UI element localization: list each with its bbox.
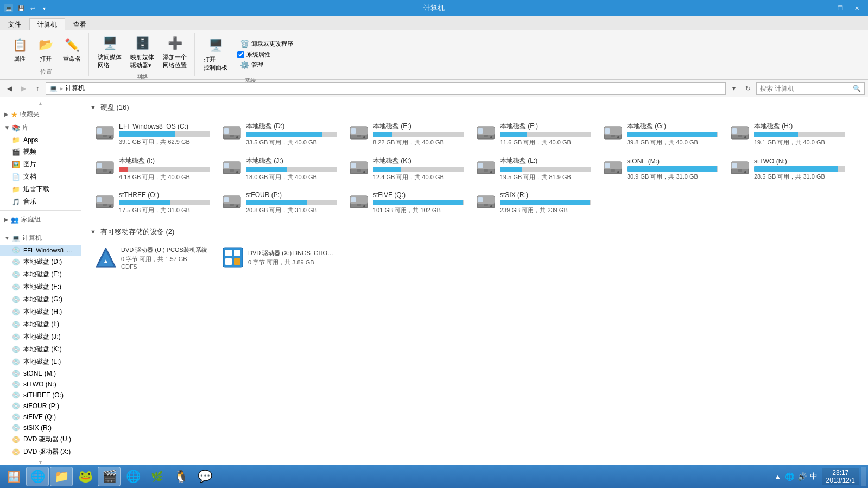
sidebar-item-xunlei[interactable]: 📁 迅雷下载 [0,183,81,195]
map-drive-btn[interactable]: 🗄️ 映射媒体驱动器▾ [127,33,157,72]
svg-point-29 [744,136,746,138]
sidebar-item-q[interactable]: 💿 stFIVE (Q:) [0,411,81,422]
favorites-expand-icon: ▶ [4,111,9,117]
sidebar-item-efi[interactable]: 💿 EFI_Windows8_... [0,245,81,256]
uninstall-btn[interactable]: 🗑️ 卸载或更改程序 [237,39,296,49]
taskbar-media-btn[interactable]: 🎬 [98,467,121,486]
open-btn[interactable]: 📂 打开 [34,34,58,65]
show-desktop-btn[interactable] [861,467,866,486]
back-btn[interactable]: ◀ [3,83,15,94]
sidebar-item-video[interactable]: 🎬 视频 [0,145,81,158]
open-cp-btn[interactable]: 🖥️ 打开控制面板 [200,35,231,74]
sidebar-item-m[interactable]: 💿 stONE (M:) [0,368,81,379]
sidebar-library[interactable]: ▼ 📚 库 [0,121,81,135]
tab-computer[interactable]: 计算机 [29,18,65,30]
drive-item-14[interactable]: stFIVE (Q:) 101 GB 可用，共 102 GB [344,187,469,218]
close-btn[interactable]: ✕ [850,3,864,14]
undo-quick-btn[interactable]: ↩ [28,3,37,13]
sidebar-item-music[interactable]: 🎵 音乐 [0,195,81,208]
drive-item-12[interactable]: stTHREE (O:) 17.5 GB 可用，共 31.0 GB [90,187,215,218]
taskbar-start-btn[interactable]: 🪟 [2,467,25,486]
address-box[interactable]: 💻 ▸ 计算机 [46,82,726,95]
sidebar-item-j[interactable]: 💿 本地磁盘 (J:) [0,331,81,343]
tray-ime-icon[interactable]: 中 [810,472,818,481]
sidebar-item-n[interactable]: 💿 stTWO (N:) [0,379,81,390]
sidebar-item-i[interactable]: 💿 本地磁盘 (I:) [0,318,81,331]
sidebar-item-h[interactable]: 💿 本地磁盘 (H:) [0,306,81,318]
add-location-btn[interactable]: ➕ 添加一个网络位置 [160,33,190,72]
sidebar-item-o[interactable]: 💿 stTHREE (O:) [0,390,81,401]
svg-rect-28 [738,135,742,137]
restore-btn[interactable]: ❐ [833,3,847,14]
removable-item-1[interactable]: DVD 驱动器 (X:) DNGS_GHOST_WIN7_SP1_X64_...… [217,242,342,274]
h-label: 本地磁盘 (H:) [23,307,62,316]
drive-item-15[interactable]: stSIX (R:) 239 GB 可用，共 239 GB [471,187,596,218]
sidebar-item-r[interactable]: 💿 stSIX (R:) [0,422,81,433]
taskbar-green-btn[interactable]: 🌿 [145,467,168,486]
sys-props-checkbox[interactable] [237,51,244,58]
sidebar-item-apps[interactable]: 📁 Apps [0,135,81,145]
taskbar: 🪟 🌐 📁 🐸 🎬 🌐 🌿 🐧 💬 ▲ 🌐 🔊 中 23:17 2013/12/… [0,465,868,488]
visit-network-btn[interactable]: 🖥️ 访问媒体网络 [94,33,125,72]
drive-item-1[interactable]: 本地磁盘 (D:) 33.5 GB 可用，共 40.0 GB [217,118,342,150]
taskbar-clock[interactable]: 23:17 2013/12/1 [822,468,859,485]
sidebar-item-p[interactable]: 💿 stFOUR (P:) [0,401,81,411]
tray-volume-icon[interactable]: 🔊 [797,472,807,481]
drive-item-0[interactable]: EFI_Windows8_OS (C:) 39.1 GB 可用，共 62.9 G… [90,118,215,150]
sidebar-item-k[interactable]: 💿 本地磁盘 (K:) [0,343,81,356]
sys-props-check[interactable]: 系统属性 [237,50,296,59]
g-icon: 💿 [12,296,20,303]
sidebar-item-docs[interactable]: 📄 文档 [0,170,81,183]
sidebar-item-l[interactable]: 💿 本地磁盘 (L:) [0,356,81,368]
sidebar-item-e[interactable]: 💿 本地磁盘 (E:) [0,268,81,281]
tray-network-icon[interactable]: 🌐 [785,472,794,481]
drive-bar-fill [627,166,717,172]
taskbar-ie2-btn[interactable]: 🌐 [122,467,144,486]
drive-item-4[interactable]: 本地磁盘 (G:) 39.8 GB 可用，共 40.0 GB [598,118,723,150]
sidebar-item-d[interactable]: 💿 本地磁盘 (D:) [0,256,81,268]
taskbar-app3-btn[interactable]: 🐸 [74,467,97,486]
drive-item-9[interactable]: 本地磁盘 (L:) 19.5 GB 可用，共 81.9 GB [471,153,596,185]
sidebar-homegroup[interactable]: ▶ 👥 家庭组 [0,213,81,226]
drive-item-13[interactable]: stFOUR (P:) 20.8 GB 可用，共 31.0 GB [217,187,342,218]
sidebar-item-dvd-x[interactable]: 📀 DVD 驱动器 (X:) [0,446,81,458]
drive-item-7[interactable]: 本地磁盘 (J:) 18.0 GB 可用，共 40.0 GB [217,153,342,185]
sidebar-item-f[interactable]: 💿 本地磁盘 (F:) [0,281,81,293]
manage-btn[interactable]: ⚙️ 管理 [237,60,296,71]
taskbar-ie-btn[interactable]: 🌐 [26,467,49,486]
sidebar-favorites[interactable]: ▶ ★ 收藏夹 [0,107,81,121]
tab-view[interactable]: 查看 [65,18,94,30]
drive-item-10[interactable]: stONE (M:) 30.9 GB 可用，共 31.0 GB [598,153,723,185]
sidebar-computer[interactable]: ▼ 💻 计算机 [0,231,81,245]
drive-info: 本地磁盘 (J:) 18.0 GB 可用，共 40.0 GB [246,156,337,181]
taskbar-explorer-btn[interactable]: 📁 [50,467,73,486]
svg-point-59 [744,171,746,173]
properties-btn[interactable]: 📋 属性 [8,34,31,65]
sidebar-item-g[interactable]: 💿 本地磁盘 (G:) [0,293,81,306]
taskbar-qq-btn[interactable]: 🐧 [169,467,192,486]
save-quick-btn[interactable]: 💾 [16,3,26,13]
rename-btn[interactable]: ✏️ 重命名 [60,34,84,65]
up-btn[interactable]: ↑ [31,83,43,94]
video-icon: 🎬 [12,148,20,156]
drive-item-2[interactable]: 本地磁盘 (E:) 8.22 GB 可用，共 40.0 GB [344,118,469,150]
dvd-x-icon: 📀 [12,448,20,456]
address-dropdown-btn[interactable]: ▾ [728,83,740,94]
drive-item-6[interactable]: 本地磁盘 (I:) 4.18 GB 可用，共 40.0 GB [90,153,215,185]
sidebar-item-dvd-u[interactable]: 📀 DVD 驱动器 (U:) [0,433,81,446]
qa-dropdown-btn[interactable]: ▾ [39,3,49,13]
sidebar-item-pictures[interactable]: 🖼️ 图片 [0,158,81,170]
drive-item-8[interactable]: 本地磁盘 (K:) 12.4 GB 可用，共 40.0 GB [344,153,469,185]
removable-item-0[interactable]: ▲ DVD 驱动器 (U:) PCOS装机系统 0 字节 可用，共 1.57 G… [90,242,215,274]
refresh-btn[interactable]: ↻ [742,83,754,94]
tray-expand-btn[interactable]: ▲ [774,472,782,481]
drive-item-5[interactable]: 本地磁盘 (H:) 19.1 GB 可用，共 40.0 GB [725,118,850,150]
n-icon: 💿 [12,381,20,388]
drive-item-3[interactable]: 本地磁盘 (F:) 11.6 GB 可用，共 40.0 GB [471,118,596,150]
drive-item-11[interactable]: stTWO (N:) 28.5 GB 可用，共 31.0 GB [725,153,850,185]
tab-file[interactable]: 文件 [0,18,29,30]
minimize-btn[interactable]: — [817,3,831,14]
search-input[interactable] [760,85,851,92]
forward-btn[interactable]: ▶ [17,83,29,94]
taskbar-chat-btn[interactable]: 💬 [193,467,216,486]
